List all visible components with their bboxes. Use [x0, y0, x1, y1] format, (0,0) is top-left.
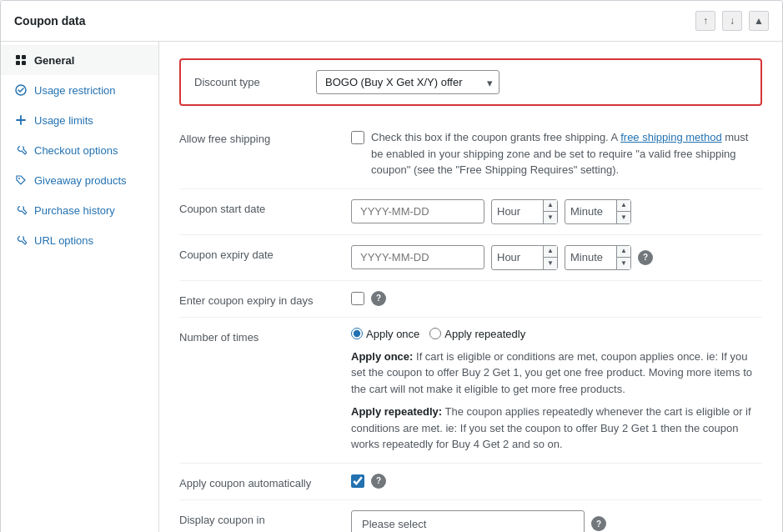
coupon-start-date-input[interactable] — [351, 199, 484, 223]
coupon-start-date-content: Hour ▲ ▼ Minute ▲ ▼ — [351, 199, 762, 224]
wrench-icon-checkout — [14, 143, 28, 157]
display-coupon-select[interactable]: Please select — [351, 510, 585, 533]
coupon-start-minute-up[interactable]: ▲ — [617, 200, 630, 213]
sidebar-item-usage-restriction-label: Usage restriction — [34, 84, 116, 97]
coupon-start-hour-arrows: ▲ ▼ — [543, 200, 557, 223]
expiry-days-help-icon[interactable]: ? — [371, 291, 386, 306]
sidebar-item-general-label: General — [34, 54, 74, 67]
coupon-expiry-hour-label: Hour — [492, 251, 543, 263]
sidebar-item-purchase-history-label: Purchase history — [34, 204, 115, 217]
main-content: Discount type Percentage discount Fixed … — [159, 42, 782, 532]
number-of-times-row: Number of times Apply once Apply repeate… — [179, 318, 762, 464]
expiry-days-row: Enter coupon expiry in days ? — [179, 281, 762, 318]
sidebar-item-usage-limits-label: Usage limits — [34, 114, 93, 127]
free-shipping-checkbox[interactable] — [351, 131, 364, 144]
apply-repeatedly-description: Apply repeatedly: The coupon applies rep… — [351, 404, 762, 453]
circle-check-icon — [14, 83, 28, 97]
coupon-start-minute-down[interactable]: ▼ — [617, 212, 630, 223]
apply-auto-help-icon[interactable]: ? — [371, 474, 386, 489]
apply-once-description: Apply once: If cart is eligible or condi… — [351, 349, 762, 398]
free-shipping-description: Check this box if the coupon grants free… — [371, 129, 762, 178]
apply-description: Apply once: If cart is eligible or condi… — [351, 349, 762, 453]
coupon-start-minute-spinner: Minute ▲ ▼ — [565, 199, 631, 224]
display-coupon-label: Display coupon in — [179, 510, 338, 526]
apply-repeatedly-radio[interactable] — [429, 328, 441, 339]
coupon-expiry-minute-down[interactable]: ▼ — [617, 258, 630, 269]
collapse-down-button[interactable]: ↓ — [722, 11, 742, 31]
apply-once-radio[interactable] — [351, 328, 363, 339]
coupon-expiry-date-row-inputs: Hour ▲ ▼ Minute ▲ ▼ — [351, 245, 762, 270]
svg-rect-2 — [16, 61, 20, 65]
coupon-expiry-minute-spinner: Minute ▲ ▼ — [565, 245, 631, 270]
svg-rect-0 — [16, 55, 20, 59]
expiry-days-checkbox-row: ? — [351, 291, 762, 306]
discount-type-section: Discount type Percentage discount Fixed … — [179, 58, 762, 106]
title-bar: Coupon data ↑ ↓ ▲ — [1, 1, 782, 42]
coupon-expiry-hour-up[interactable]: ▲ — [544, 246, 557, 258]
coupon-expiry-date-label: Coupon expiry date — [179, 245, 338, 261]
sidebar-item-url-options-label: URL options — [34, 234, 93, 247]
svg-rect-3 — [22, 61, 26, 65]
coupon-expiry-date-content: Hour ▲ ▼ Minute ▲ ▼ — [351, 245, 762, 270]
display-coupon-content: Please select ? — [351, 510, 762, 533]
expiry-days-checkbox[interactable] — [351, 292, 364, 305]
discount-type-wrapper: Percentage discount Fixed cart discount … — [316, 70, 499, 94]
sidebar: General Usage restriction Usage limit — [1, 42, 159, 532]
grid-icon — [14, 53, 28, 67]
apply-once-label[interactable]: Apply once — [351, 328, 419, 340]
wrench-icon-purchase — [14, 203, 28, 217]
coupon-expiry-minute-label: Minute — [565, 251, 616, 263]
apply-auto-checkbox-row: ? — [351, 474, 762, 489]
coupon-start-hour-up[interactable]: ▲ — [544, 200, 557, 213]
coupon-expiry-date-input[interactable] — [351, 245, 484, 269]
sidebar-item-usage-restriction[interactable]: Usage restriction — [1, 75, 158, 105]
svg-point-5 — [18, 178, 20, 179]
display-coupon-wrapper: Please select ? — [351, 510, 762, 533]
window-title: Coupon data — [14, 14, 86, 28]
coupon-start-minute-label: Minute — [565, 205, 616, 218]
free-shipping-link[interactable]: free shipping method — [620, 131, 721, 143]
discount-type-select[interactable]: Percentage discount Fixed cart discount … — [316, 70, 499, 94]
coupon-expiry-hour-down[interactable]: ▼ — [544, 258, 557, 269]
apply-repeatedly-label[interactable]: Apply repeatedly — [429, 328, 525, 340]
apply-auto-label: Apply coupon automatically — [179, 474, 338, 489]
sidebar-item-purchase-history[interactable]: Purchase history — [1, 195, 158, 225]
coupon-start-hour-down[interactable]: ▼ — [544, 212, 557, 223]
wrench-icon-url — [14, 233, 28, 247]
sidebar-item-url-options[interactable]: URL options — [1, 225, 158, 255]
window-controls: ↑ ↓ ▲ — [695, 11, 769, 31]
discount-type-label: Discount type — [194, 76, 303, 88]
apply-auto-row: Apply coupon automatically ? — [179, 464, 762, 500]
free-shipping-content: Check this box if the coupon grants free… — [351, 129, 762, 178]
collapse-up-button[interactable]: ↑ — [695, 11, 715, 31]
expand-button[interactable]: ▲ — [749, 11, 769, 31]
tag-icon — [14, 173, 28, 187]
coupon-start-date-row-inputs: Hour ▲ ▼ Minute ▲ ▼ — [351, 199, 762, 224]
coupon-expiry-hour-spinner: Hour ▲ ▼ — [491, 245, 558, 270]
sidebar-item-usage-limits[interactable]: Usage limits — [1, 105, 158, 135]
sidebar-item-giveaway-products-label: Giveaway products — [34, 174, 127, 187]
plus-icon — [14, 113, 28, 127]
coupon-start-hour-label: Hour — [492, 205, 543, 218]
apply-auto-content: ? — [351, 474, 762, 489]
display-coupon-help-icon[interactable]: ? — [591, 516, 606, 531]
expiry-days-content: ? — [351, 291, 762, 306]
coupon-expiry-date-row: Coupon expiry date Hour ▲ ▼ Minute — [179, 235, 762, 281]
sidebar-item-general[interactable]: General — [1, 45, 158, 75]
coupon-start-hour-spinner: Hour ▲ ▼ — [491, 199, 558, 224]
sidebar-item-checkout-options-label: Checkout options — [34, 144, 118, 157]
coupon-expiry-hour-arrows: ▲ ▼ — [543, 246, 557, 269]
apply-radio-group: Apply once Apply repeatedly — [351, 328, 762, 340]
coupon-expiry-minute-up[interactable]: ▲ — [617, 246, 630, 258]
expiry-date-help-icon[interactable]: ? — [638, 250, 653, 265]
number-of-times-label: Number of times — [179, 328, 338, 344]
sidebar-item-checkout-options[interactable]: Checkout options — [1, 135, 158, 165]
number-of-times-content: Apply once Apply repeatedly Apply once: … — [351, 328, 762, 453]
expiry-days-label: Enter coupon expiry in days — [179, 291, 338, 307]
coupon-start-date-label: Coupon start date — [179, 199, 338, 215]
sidebar-item-giveaway-products[interactable]: Giveaway products — [1, 165, 158, 195]
free-shipping-row: Allow free shipping Check this box if th… — [179, 119, 762, 189]
free-shipping-label: Allow free shipping — [179, 129, 338, 145]
coupon-data-window: Coupon data ↑ ↓ ▲ General — [0, 0, 783, 532]
apply-auto-checkbox[interactable] — [351, 474, 364, 488]
